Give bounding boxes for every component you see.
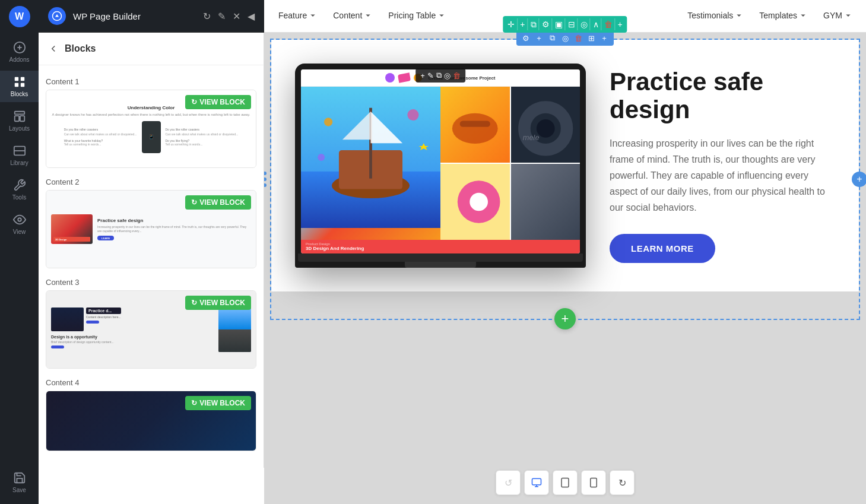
undo-button[interactable]: ↺ (496, 470, 521, 495)
block-card-content4[interactable]: ↻ VIEW BLOCK (46, 391, 256, 451)
sidebar-view-label: View (13, 229, 26, 235)
blocks-header: Blocks (39, 33, 264, 65)
main-content: Feature Content Pricing Table ✛ + ⧉ ⚙ ▣ … (264, 0, 866, 504)
sidebar-item-blocks[interactable]: Blocks (0, 71, 39, 102)
svg-rect-3 (14, 77, 18, 81)
sidebar-item-addons[interactable]: Addons (0, 36, 39, 68)
mobile-view-button[interactable] (581, 470, 606, 495)
sidebar-item-save[interactable]: Save (0, 467, 39, 498)
wp-refresh-icon[interactable]: ↻ (203, 11, 211, 22)
view-block-btn-3[interactable]: ↻ VIEW BLOCK (185, 296, 251, 310)
sidebar-item-layouts[interactable]: Layouts (0, 105, 39, 137)
sidebar-item-tools[interactable]: Tools (0, 174, 39, 205)
row-clone-icon[interactable]: ⧉ (546, 33, 558, 44)
gallery-art (301, 87, 440, 240)
blocks-panel: Blocks Content 1 Understanding Color A d… (39, 33, 264, 468)
drag-handle[interactable] (264, 172, 267, 187)
laptop-foot (405, 262, 476, 268)
gallery-art-4 (511, 164, 580, 240)
green-export-icon[interactable]: ⊟ (566, 16, 578, 33)
gallery-art-1 (440, 87, 510, 163)
svg-point-33 (470, 193, 488, 211)
svg-point-21 (407, 109, 418, 121)
svg-rect-38 (562, 478, 569, 487)
green-move-icon[interactable]: ✛ (505, 16, 517, 33)
svg-rect-8 (14, 116, 18, 121)
svg-rect-34 (511, 164, 580, 240)
chevron-down-pricing (438, 12, 445, 19)
view-block-btn-4[interactable]: ↻ VIEW BLOCK (185, 396, 251, 410)
col-visible-icon[interactable]: ◎ (444, 71, 451, 80)
desktop-view-button[interactable] (524, 470, 549, 495)
sidebar-item-library[interactable]: Library (0, 140, 39, 171)
svg-point-25 (452, 113, 498, 144)
row-add-icon[interactable]: + (533, 33, 545, 44)
green-add-icon[interactable]: + (518, 16, 527, 33)
view-block-btn-2[interactable]: ↻ VIEW BLOCK (185, 195, 251, 210)
nav-item-testimonials[interactable]: Testimonials (679, 0, 751, 32)
green-visible-icon[interactable]: ◎ (578, 16, 590, 33)
chevron-down-testimonials (735, 12, 743, 19)
content4-title: Content 4 (46, 378, 256, 387)
green-row-toolbar: ✛ + ⧉ ⚙ ▣ ⊟ ◎ ∧ 🗑 + (503, 16, 627, 33)
app-logo[interactable]: W (9, 6, 30, 27)
shape-purple (385, 73, 395, 83)
green-settings-icon[interactable]: ⚙ (540, 16, 552, 33)
nav-item-content[interactable]: Content (325, 0, 380, 32)
block-card-content3[interactable]: Practice d... Content description here..… (46, 290, 256, 369)
view-block-icon-3: ↻ (191, 299, 197, 307)
svg-rect-6 (20, 83, 24, 87)
content-section: + ✎ ⧉ ◎ 🗑 (271, 40, 859, 291)
green-frame-icon[interactable]: ▣ (553, 16, 565, 33)
tablet-view-button[interactable] (553, 470, 578, 495)
nav-item-templates[interactable]: Templates (751, 0, 815, 32)
block-card-content1[interactable]: Understanding Color A designer knows he … (46, 90, 256, 168)
view-block-btn-1[interactable]: ↻ VIEW BLOCK (185, 95, 251, 109)
sidebar-item-view[interactable]: View (0, 208, 39, 240)
blocks-title: Blocks (65, 43, 96, 54)
nav-item-gym[interactable]: GYM (815, 0, 860, 32)
sidebar-layouts-label: Layouts (9, 125, 30, 132)
view-block-icon-1: ↻ (191, 98, 197, 106)
add-column-handle[interactable]: + (852, 172, 866, 187)
wp-edit-icon[interactable]: ✎ (218, 11, 226, 22)
screen-content: Create Your Awesome Project (301, 69, 580, 253)
block-card-content2[interactable]: 3D Design Practice safe design Increasin… (46, 190, 256, 268)
col-clone-icon[interactable]: ⧉ (436, 71, 442, 80)
row-visible-icon[interactable]: ◎ (559, 33, 571, 44)
green-up-icon[interactable]: ∧ (591, 16, 601, 33)
col-add-icon[interactable]: + (420, 71, 425, 80)
svg-rect-5 (14, 83, 18, 87)
shape-pink (398, 72, 411, 83)
laptop-column: + ✎ ⧉ ◎ 🗑 (295, 64, 586, 268)
sidebar-library-label: Library (10, 160, 28, 166)
svg-rect-9 (20, 116, 24, 121)
gallery-item-1 (440, 87, 510, 163)
learn-more-button[interactable]: LEARN MORE (610, 234, 715, 263)
canvas-wrapper: ⚙ + ⧉ ◎ 🗑 ⊞ + + (264, 33, 866, 504)
green-clone-icon[interactable]: ⧉ (528, 16, 539, 33)
row-settings-icon[interactable]: ⚙ (520, 33, 532, 44)
back-arrow-icon[interactable] (48, 43, 59, 54)
wp-title: WP Page Builder (73, 11, 196, 21)
redo-button[interactable]: ↻ (610, 470, 635, 495)
chevron-down-feature (309, 12, 316, 19)
row-delete-icon[interactable]: 🗑 (572, 33, 584, 44)
add-row-button[interactable]: + (554, 308, 576, 329)
green-extra-icon[interactable]: + (616, 16, 625, 33)
wp-collapse-icon[interactable]: ◀ (248, 11, 255, 22)
screen-footer: Product Design 3D Design And Rendering (301, 240, 580, 253)
col-dark-toolbar: + ✎ ⧉ ◎ 🗑 (415, 68, 465, 83)
nav-item-feature[interactable]: Feature (270, 0, 325, 32)
nav-item-pricing[interactable]: Pricing Table (380, 0, 453, 32)
wp-logo (48, 7, 66, 25)
content1-title: Content 1 (46, 77, 256, 86)
svg-rect-4 (20, 77, 24, 81)
wp-close-icon[interactable]: ✕ (233, 11, 240, 22)
chevron-down-gym (845, 12, 852, 19)
row-cols-icon[interactable]: ⊞ (585, 33, 597, 44)
col-delete-icon[interactable]: 🗑 (453, 71, 461, 80)
row-plus2-icon[interactable]: + (598, 33, 610, 44)
col-edit-icon[interactable]: ✎ (427, 71, 434, 80)
green-delete-icon[interactable]: 🗑 (602, 16, 615, 33)
